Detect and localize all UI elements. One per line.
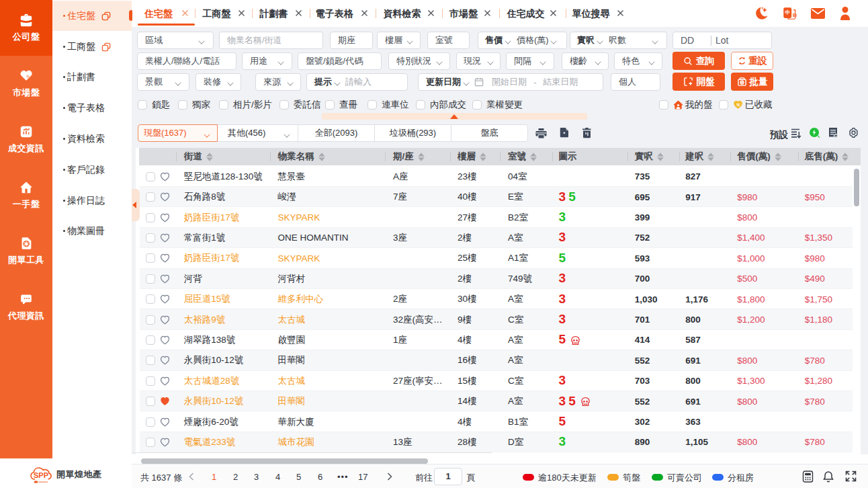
svg-text:中: 中 <box>785 9 789 15</box>
svg-text:En: En <box>793 13 797 17</box>
svg-text:G: G <box>834 134 837 138</box>
svg-text:SPP: SPP <box>34 471 48 479</box>
